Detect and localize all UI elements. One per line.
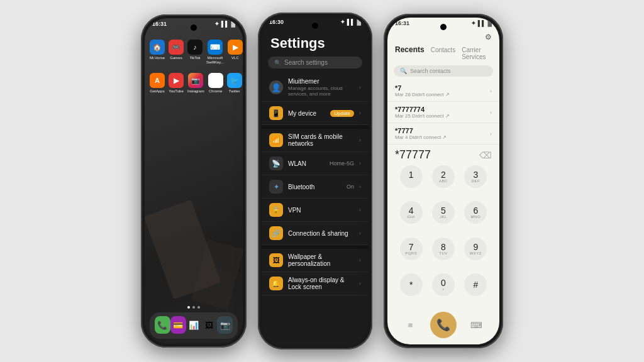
key-hash[interactable]: # (464, 273, 487, 296)
bluetooth-value: On (347, 184, 354, 190)
youtube-icon: ▶ (169, 73, 184, 88)
bluetooth-icon-dialer: ✦ (471, 20, 476, 26)
app-chrome[interactable]: ◉ Chrome (208, 73, 223, 94)
call-button[interactable]: 📞 (430, 312, 457, 338)
key-0-letters: + (442, 287, 445, 291)
settings-item-wallpaper[interactable]: 🖼 Wallpaper & personalization › (262, 249, 369, 272)
key-7[interactable]: 7PQRS (400, 238, 423, 260)
settings-item-miuithemer[interactable]: 👤 Miuithemer Manage accounts, cloud serv… (262, 74, 369, 102)
settings-search-bar[interactable]: 🔍 Search settings (268, 57, 362, 69)
dock-wallet[interactable]: 💳 (170, 316, 186, 334)
recent-1-number: *7 (395, 84, 450, 92)
key-8[interactable]: 8TUV (432, 238, 455, 260)
dock-phone[interactable]: 📞 (155, 316, 170, 334)
settings-gear-icon[interactable]: ⚙ (485, 33, 492, 41)
key-star[interactable]: * (400, 273, 423, 296)
dot-2 (192, 306, 195, 309)
app-dock: 📞 💳 📊 🖼 📷 (150, 312, 238, 339)
key-9-num: 9 (473, 243, 478, 251)
recent-item-3[interactable]: *7777 Mar 4 Didn't connect ↗ › (387, 123, 499, 145)
recent-2-detail: Mar 25 Didn't connect ↗ (395, 113, 450, 119)
dock-analytics[interactable]: 📊 (186, 316, 202, 334)
alwayson-text: Always-on display & Lock screen (288, 277, 354, 290)
key-7-num: 7 (409, 243, 414, 251)
key-0-num: 0 (441, 278, 446, 287)
miuithemer-icon: 👤 (269, 80, 283, 94)
settings-item-sim[interactable]: 📶 SIM cards & mobile networks › (262, 129, 369, 152)
dialer-search-bar[interactable]: 🔍 Search contacts (394, 65, 493, 77)
wlan-value: Home-5G (330, 160, 354, 167)
app-swiftkey[interactable]: ⌨ Microsoft SwiftKey... (206, 40, 224, 64)
chevron-recent-1: › (490, 88, 492, 94)
settings-item-bluetooth[interactable]: ✦ Bluetooth On › (262, 175, 369, 199)
vpn-text: VPN (288, 207, 354, 214)
app-games[interactable]: 🎮 Games (169, 40, 184, 64)
settings-item-connection[interactable]: 🔗 Connection & sharing › (262, 222, 369, 245)
miuithemer-sublabel: Manage accounts, cloud services, and mor… (288, 85, 354, 97)
status-icons-dialer: ✦ ▌▌ ▓ (471, 20, 492, 26)
homescreen-screen: 16:31 ✦ ▌▌ ▓ 🏠 Mi Home 🎮 Games (145, 18, 243, 344)
connection-label: Connection & sharing (288, 230, 354, 237)
tiktok-label: TikTok (189, 56, 200, 60)
chevron-recent-2: › (490, 109, 492, 116)
wallpaper-text: Wallpaper & personalization (288, 253, 354, 267)
key-4[interactable]: 4GHI (400, 201, 423, 224)
tab-recents[interactable]: Recents (395, 45, 425, 54)
signal-icon-dialer: ▌▌ (478, 20, 486, 26)
app-twitter[interactable]: 🐦 Twitter (227, 73, 242, 94)
search-icon-settings: 🔍 (274, 60, 281, 66)
getapps-label: GetApps (150, 89, 164, 94)
instagram-icon: 📷 (188, 73, 203, 88)
key-0[interactable]: 0+ (432, 273, 455, 296)
status-icons-settings: ✦ ▌▌ ▓ (340, 19, 361, 25)
chevron-bluetooth: › (359, 184, 361, 190)
key-3[interactable]: 3DEF (464, 165, 487, 188)
app-vlc[interactable]: ▶ VLC (228, 40, 243, 64)
key-6[interactable]: 6MNO (464, 201, 487, 224)
signal-icon-settings: ▌▌ (347, 19, 355, 25)
key-hash-num: # (473, 280, 478, 289)
chevron-wlan: › (359, 160, 361, 167)
status-time: 16:31 (152, 21, 167, 27)
settings-screen: 16:30 ✦ ▌▌ ▓ Settings 🔍 Search settings … (262, 16, 369, 346)
camera-hole (191, 25, 197, 31)
key-star-num: * (409, 280, 413, 289)
dock-gallery[interactable]: 🖼 (201, 316, 217, 334)
settings-item-alwayson[interactable]: 🔔 Always-on display & Lock screen › (262, 272, 369, 295)
tab-carrier-services[interactable]: Carrier Services (462, 47, 486, 60)
app-instagram[interactable]: 📷 Instagram (187, 73, 204, 94)
dock-camera[interactable]: 📷 (217, 316, 233, 334)
app-tiktok[interactable]: ♪ TikTok (187, 40, 203, 64)
status-icons-home: ✦ ▌▌ ▓ (214, 21, 235, 27)
app-grid-row1: 🏠 Mi Home 🎮 Games ♪ TikTok ⌨ Microsoft S… (145, 37, 243, 67)
key-5[interactable]: 5JKL (432, 201, 455, 224)
dialer-keyboard-button[interactable]: ⌨ (467, 316, 485, 334)
recent-item-2[interactable]: *7777774 Mar 25 Didn't connect ↗ › (387, 102, 499, 123)
bluetooth-icon: ✦ (214, 21, 219, 27)
backspace-button[interactable]: ⌫ (479, 150, 492, 160)
settings-item-wlan[interactable]: 📡 WLAN Home-5G › (262, 152, 369, 175)
mydevice-text: My device (288, 110, 325, 117)
app-mi-home[interactable]: 🏠 Mi Home (150, 40, 165, 64)
dial-number-display: *77777 ⌫ (387, 145, 499, 164)
tab-contacts[interactable]: Contacts (431, 47, 455, 53)
keypad-grid: 1 2ABC 3DEF 4GHI 5JKL 6MNO 7PQRS 8TUV 9W… (387, 164, 499, 308)
mydevice-label: My device (288, 110, 325, 117)
chevron-alwayson: › (359, 280, 361, 287)
key-1[interactable]: 1 (400, 165, 423, 188)
key-5-letters: JKL (440, 215, 447, 219)
chevron-recent-3: › (490, 131, 492, 137)
recent-item-1[interactable]: *7 Mar 28 Didn't connect ↗ › (387, 80, 499, 102)
app-youtube[interactable]: ▶ YouTube (169, 73, 184, 94)
app-getapps[interactable]: A GetApps (150, 73, 165, 94)
key-3-num: 3 (473, 170, 478, 179)
key-2[interactable]: 2ABC (432, 165, 455, 188)
dialer-menu-button[interactable]: ≡ (402, 316, 419, 334)
wlan-text: WLAN (288, 160, 325, 167)
camera-hole-right (440, 24, 447, 30)
settings-item-vpn[interactable]: 🔒 VPN › (262, 199, 369, 222)
settings-item-mydevice[interactable]: 📱 My device Update › (262, 102, 369, 125)
getapps-icon: A (150, 73, 165, 88)
key-9[interactable]: 9WXYZ (464, 238, 487, 260)
youtube-label: YouTube (169, 89, 184, 94)
